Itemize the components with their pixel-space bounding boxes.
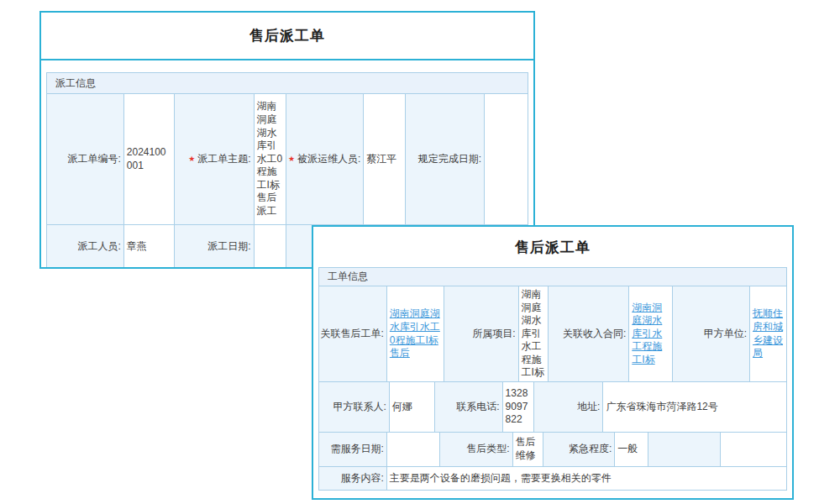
field-label-text: 联系电话:: [456, 401, 499, 414]
field-value-party-a-unit: 抚顺住房和城乡建设局: [750, 286, 787, 382]
field-value-text: 13289097822: [506, 387, 531, 427]
field-value-dispatch-order-subject: 湖南洞庭湖水库引水工0程施工I标售后派工: [255, 94, 286, 225]
field-value-urgency-level: 一般: [615, 433, 648, 467]
table-row: 甲方联系人: 何娜 联系电话: 13289097822 地址:: [319, 382, 787, 433]
party-a-unit-link[interactable]: 抚顺住房和城乡建设局: [753, 307, 784, 360]
back-panel-title: 售后派工单: [41, 13, 533, 60]
field-value-related-aftersales-order: 湖南洞庭湖水库引水工0程施工I标售后: [387, 286, 444, 382]
field-label-service-content: 服务内容:: [319, 467, 387, 491]
field-label-text: 派工人员:: [77, 240, 120, 254]
field-label-text: 派工日期:: [207, 240, 250, 254]
field-label-empty: [648, 433, 721, 467]
table-row: 服务内容: 主要是两个设备的磨损问题，需要更换相关的零件: [319, 467, 787, 491]
required-icon: ★: [188, 155, 195, 165]
work-order-info-table: 关联售后工单: 湖南洞庭湖水库引水工0程施工I标售后 所属项目: 湖南洞庭湖水库…: [318, 286, 787, 491]
field-label-contact-phone: 联系电话:: [435, 382, 503, 433]
field-label-dispatch-order-subject: ★ 派工单主题:: [175, 94, 255, 225]
field-label-text: 被派运维人员:: [297, 153, 360, 166]
field-label-text: 所属项目:: [472, 328, 515, 341]
field-label-assigned-maintenance-staff: ★ 被派运维人员:: [286, 94, 365, 225]
field-label-related-aftersales-order: 关联售后工单:: [319, 286, 387, 382]
field-label-text: 规定完成日期:: [418, 153, 481, 166]
related-aftersales-order-link[interactable]: 湖南洞庭湖水库引水工0程施工I标售后: [390, 307, 441, 360]
work-order-info-section-header: 工单信息: [318, 267, 787, 286]
field-value-dispatcher: 章燕: [124, 225, 175, 269]
field-label-text: 服务内容:: [341, 472, 384, 486]
field-label-address: 地址:: [534, 382, 604, 433]
field-value-project: 湖南洞庭湖水库引水工程施工I标: [519, 286, 549, 382]
field-label-dispatch-order-no: 派工单编号:: [47, 94, 124, 225]
field-value-text: 广东省珠海市菏泽路12号: [606, 401, 717, 414]
field-label-urgency-level: 紧急程度:: [543, 433, 616, 467]
field-label-aftersales-type: 售后类型:: [440, 433, 513, 467]
field-value-text: 2024100001: [127, 146, 171, 172]
field-label-text: 紧急程度:: [569, 443, 612, 456]
field-label-text: 甲方单位:: [704, 328, 747, 341]
field-value-address: 广东省珠海市菏泽路12号: [603, 382, 787, 433]
field-value-dispatch-order-no: 2024100001: [124, 94, 175, 225]
table-row: 需服务日期: 售后类型: 售后维修 紧急程度: 一般: [319, 433, 787, 467]
field-label-text: 关联收入合同:: [563, 328, 626, 341]
field-label-service-date-needed: 需服务日期:: [319, 433, 387, 467]
field-value-text: 售后维修: [516, 436, 540, 462]
field-label-text: 售后类型:: [466, 443, 509, 456]
field-value-service-date-needed: [387, 433, 440, 467]
dispatch-info-section-header: 派工信息: [46, 72, 528, 94]
field-value-aftersales-type: 售后维修: [513, 433, 543, 467]
field-value-party-a-contact: 何娜: [390, 382, 435, 433]
field-value-text: 章燕: [127, 240, 147, 254]
related-income-contract-link[interactable]: 湖南洞庭湖水库引水工程施工I标: [632, 302, 669, 367]
field-label-text: 派工单主题:: [197, 153, 250, 166]
field-value-text: 湖南洞庭湖水库引水工程施工I标: [522, 288, 546, 380]
field-label-party-a-unit: 甲方单位:: [673, 286, 750, 382]
field-value-text: 主要是两个设备的磨损问题，需要更换相关的零件: [390, 472, 612, 486]
field-label-required-completion-date: 规定完成日期:: [406, 94, 485, 225]
field-value-text: 湖南洞庭湖水库引水工0程施工I标售后派工: [257, 100, 283, 218]
table-row: 关联售后工单: 湖南洞庭湖水库引水工0程施工I标售后 所属项目: 湖南洞庭湖水库…: [319, 286, 787, 382]
field-label-text: 关联售后工单:: [321, 328, 384, 341]
field-value-related-income-contract: 湖南洞庭湖水库引水工程施工I标: [629, 286, 673, 382]
field-label-dispatch-date: 派工日期:: [175, 225, 255, 269]
field-label-text: 需服务日期:: [331, 443, 384, 456]
front-panel-title: 售后派工单: [313, 227, 792, 267]
required-icon: ★: [288, 155, 295, 165]
front-panel-body: 工单信息 关联售后工单: 湖南洞庭湖水库引水工0程施工I标售后 所属项目: 湖南…: [313, 267, 792, 491]
field-value-text: 何娜: [392, 401, 412, 414]
field-value-service-content: 主要是两个设备的磨损问题，需要更换相关的零件: [387, 467, 787, 491]
field-value-dispatch-date: [255, 225, 286, 269]
field-label-text: 甲方联系人:: [333, 401, 386, 414]
field-label-party-a-contact: 甲方联系人:: [319, 382, 390, 433]
field-value-required-completion-date: [485, 94, 528, 225]
page: 售后派工单 派工信息 派工单编号: 2024100001 ★ 派工单主题:: [0, 0, 840, 504]
dispatch-order-panel-front: 售后派工单 工单信息 关联售后工单: 湖南洞庭湖水库引水工0程施工I标售后 所属…: [312, 225, 794, 500]
field-label-related-income-contract: 关联收入合同:: [549, 286, 629, 382]
field-label-project: 所属项目:: [444, 286, 519, 382]
field-label-dispatcher: 派工人员:: [47, 225, 124, 269]
field-value-contact-phone: 13289097822: [503, 382, 534, 433]
field-value-text: 一般: [617, 443, 638, 456]
field-label-text: 派工单编号:: [67, 153, 120, 166]
field-value-text: 蔡江平: [366, 153, 396, 166]
field-label-text: 地址:: [577, 401, 600, 414]
field-value-assigned-maintenance-staff: 蔡江平: [364, 94, 406, 225]
table-row: 派工单编号: 2024100001 ★ 派工单主题: 湖南洞庭湖水库引水工0程施…: [47, 94, 528, 225]
field-value-empty: [721, 433, 787, 467]
